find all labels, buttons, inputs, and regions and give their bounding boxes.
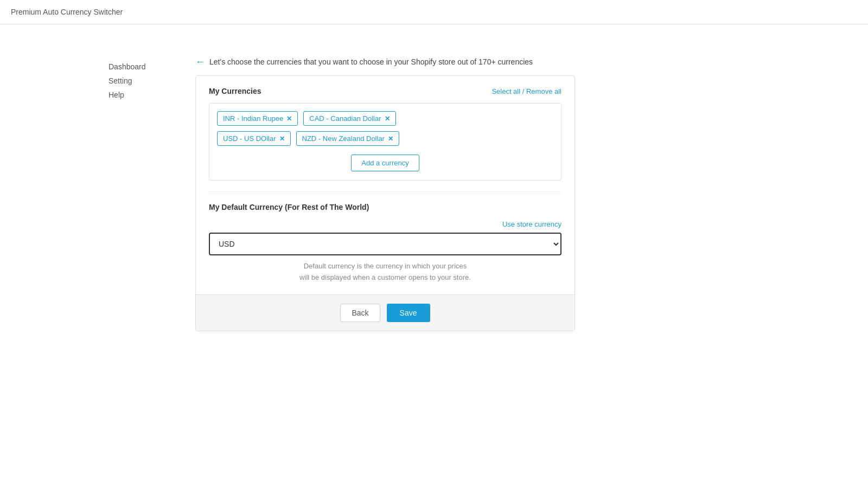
intro-row: ← Let's choose the currencies that you w… xyxy=(195,57,575,67)
select-all-link[interactable]: Select all / Remove all xyxy=(492,87,561,95)
main-layout: Dashboard Setting Help ← Let's choose th… xyxy=(0,24,868,331)
currency-tag-inr-remove[interactable]: ✕ xyxy=(286,115,292,123)
default-currency-section: My Default Currency (For Rest of The Wor… xyxy=(209,203,561,284)
intro-text: Let's choose the currencies that you wan… xyxy=(209,57,533,66)
app-title: Premium Auto Currency Switcher xyxy=(11,8,123,16)
default-note-line2: will be displayed when a customer opens … xyxy=(209,272,561,284)
currency-tag-nzd-label: NZD - New Zealand Dollar xyxy=(302,134,385,143)
currency-tag-nzd-remove[interactable]: ✕ xyxy=(388,135,393,143)
default-currency-note: Default currency is the currency in whic… xyxy=(209,261,561,284)
currency-tag-usd-remove[interactable]: ✕ xyxy=(279,135,285,143)
default-currency-select[interactable]: USD EUR GBP INR CAD AUD NZD xyxy=(209,233,561,255)
content-area: ← Let's choose the currencies that you w… xyxy=(195,57,575,331)
currency-tag-nzd: NZD - New Zealand Dollar ✕ xyxy=(296,131,399,146)
back-arrow-icon: ← xyxy=(195,57,205,67)
main-card: My Currencies Select all / Remove all IN… xyxy=(195,75,575,331)
currency-tags-box: INR - Indian Rupee ✕ CAD - Canadian Doll… xyxy=(209,103,561,181)
default-currency-title: My Default Currency (For Rest of The Wor… xyxy=(209,203,561,211)
currency-tag-usd: USD - US DOllar ✕ xyxy=(217,131,291,146)
currency-tags-row-2: USD - US DOllar ✕ NZD - New Zealand Doll… xyxy=(217,131,553,146)
my-currencies-title: My Currencies xyxy=(209,87,261,95)
app-header: Premium Auto Currency Switcher xyxy=(0,0,868,24)
sidebar-item-dashboard[interactable]: Dashboard xyxy=(108,62,163,71)
card-body: My Currencies Select all / Remove all IN… xyxy=(196,76,575,294)
currency-tags-row-1: INR - Indian Rupee ✕ CAD - Canadian Doll… xyxy=(217,111,553,126)
use-store-link-row: Use store currency xyxy=(209,220,561,228)
currency-tag-cad-label: CAD - Canadian Dollar xyxy=(309,114,381,123)
currency-tag-usd-label: USD - US DOllar xyxy=(223,134,276,143)
currency-tag-cad-remove[interactable]: ✕ xyxy=(385,115,390,123)
sidebar-item-setting[interactable]: Setting xyxy=(108,76,163,85)
currency-tag-inr-label: INR - Indian Rupee xyxy=(223,114,283,123)
use-store-currency-link[interactable]: Use store currency xyxy=(502,220,561,228)
card-footer: Back Save xyxy=(196,294,575,331)
add-currency-row: Add a currency xyxy=(217,151,553,172)
sidebar: Dashboard Setting Help xyxy=(108,57,163,331)
my-currencies-header: My Currencies Select all / Remove all xyxy=(209,87,561,95)
save-button[interactable]: Save xyxy=(387,304,430,322)
section-divider xyxy=(209,191,561,192)
default-note-line1: Default currency is the currency in whic… xyxy=(209,261,561,272)
currency-tag-inr: INR - Indian Rupee ✕ xyxy=(217,111,298,126)
sidebar-item-help[interactable]: Help xyxy=(108,91,163,99)
currency-tag-cad: CAD - Canadian Dollar ✕ xyxy=(303,111,395,126)
add-currency-button[interactable]: Add a currency xyxy=(351,155,419,171)
back-button[interactable]: Back xyxy=(340,304,380,322)
